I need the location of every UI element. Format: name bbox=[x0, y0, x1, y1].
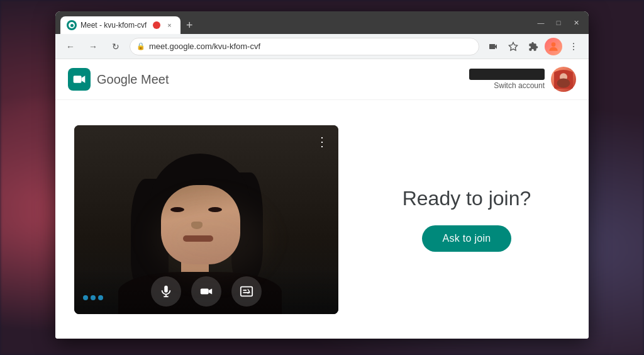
user-avatar[interactable] bbox=[551, 67, 576, 92]
reload-button[interactable]: ↻ bbox=[107, 38, 125, 55]
meet-logo-icon bbox=[68, 68, 91, 91]
tab-close-button[interactable]: × bbox=[164, 20, 174, 30]
header-right: Switch account bbox=[469, 67, 576, 92]
mic-toggle-button[interactable] bbox=[151, 276, 181, 307]
url-bar[interactable]: 🔒 meet.google.com/kvu-kfom-cvf bbox=[130, 38, 479, 55]
svg-rect-10 bbox=[164, 285, 168, 292]
tab-title: Meet - kvu-kfom-cvf bbox=[80, 21, 147, 30]
forward-button[interactable]: → bbox=[84, 38, 102, 55]
svg-point-4 bbox=[573, 48, 574, 50]
camera-toolbar-icon[interactable] bbox=[484, 38, 502, 55]
tab-favicon-dot bbox=[70, 24, 74, 27]
chrome-menu-icon[interactable] bbox=[565, 38, 582, 55]
switch-account-label[interactable]: Switch account bbox=[494, 81, 545, 90]
svg-point-2 bbox=[573, 43, 574, 44]
ready-to-join-text: Ready to join? bbox=[402, 187, 531, 210]
svg-point-3 bbox=[573, 46, 574, 47]
window-controls: — □ ✕ bbox=[536, 18, 584, 28]
brand-name: Google Meet bbox=[97, 72, 169, 87]
app-header: Google Meet Switch account bbox=[55, 59, 589, 100]
camera-toggle-button[interactable] bbox=[191, 276, 221, 307]
address-bar: ← → ↻ 🔒 meet.google.com/kvu-kfom-cvf bbox=[55, 34, 589, 59]
tab-favicon bbox=[67, 20, 77, 30]
browser-profile-icon[interactable] bbox=[545, 38, 562, 55]
maximize-button[interactable]: □ bbox=[553, 18, 564, 28]
svg-rect-14 bbox=[241, 286, 252, 296]
svg-rect-6 bbox=[74, 76, 82, 83]
svg-marker-0 bbox=[509, 42, 517, 50]
new-tab-button[interactable]: + bbox=[180, 16, 198, 34]
browser-tab[interactable]: Meet - kvu-kfom-cvf × bbox=[60, 16, 180, 34]
tab-favicon-inner bbox=[69, 22, 75, 28]
minimize-button[interactable]: — bbox=[536, 18, 546, 28]
close-button[interactable]: ✕ bbox=[571, 18, 581, 28]
ask-to-join-button[interactable]: Ask to join bbox=[422, 225, 511, 252]
brand-logo: Google Meet bbox=[68, 68, 169, 91]
star-icon[interactable] bbox=[504, 38, 522, 55]
captions-toggle-button[interactable] bbox=[231, 276, 262, 307]
lock-icon: 🔒 bbox=[136, 42, 145, 50]
svg-point-1 bbox=[552, 42, 556, 47]
recording-dot bbox=[153, 21, 160, 29]
page-content: Google Meet Switch account bbox=[55, 59, 589, 339]
right-panel: Ready to join? Ask to join bbox=[364, 187, 570, 252]
browser-window: Meet - kvu-kfom-cvf × + — □ ✕ ← → ↻ 🔒 me… bbox=[55, 11, 589, 339]
title-bar: Meet - kvu-kfom-cvf × + — □ ✕ bbox=[55, 11, 589, 34]
more-options-icon[interactable]: ⋮ bbox=[316, 134, 330, 149]
account-name-bar bbox=[469, 69, 545, 80]
tab-area: Meet - kvu-kfom-cvf × + bbox=[60, 11, 536, 34]
toolbar-icons bbox=[484, 38, 582, 55]
main-area: ⋮ bbox=[55, 100, 589, 339]
svg-rect-13 bbox=[201, 288, 209, 294]
url-text: meet.google.com/kvu-kfom-cvf bbox=[149, 42, 260, 51]
extensions-icon[interactable] bbox=[525, 38, 542, 55]
video-preview: ⋮ bbox=[74, 125, 338, 314]
svg-point-9 bbox=[557, 79, 570, 88]
back-button[interactable]: ← bbox=[62, 38, 79, 55]
